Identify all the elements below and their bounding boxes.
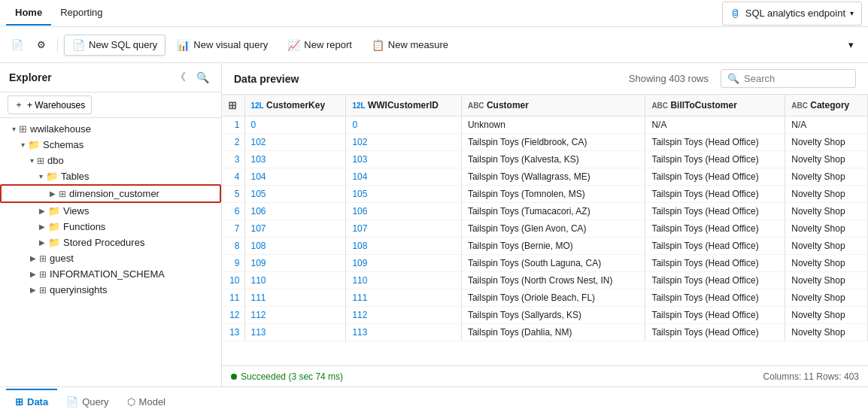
measure-icon: 📋	[372, 39, 384, 51]
table-row: 4 104 104 Tailspin Toys (Wallagrass, ME)…	[222, 168, 868, 186]
table-row: 12 112 112 Tailspin Toys (Sallyards, KS)…	[222, 307, 868, 324]
customer-cell: Tailspin Toys (Kalvesta, KS)	[461, 151, 645, 168]
category-cell: Novelty Shop	[785, 134, 868, 151]
main-layout: Explorer 《 🔍 ＋ + Warehouses ▾ ⊞ wwilakeh…	[0, 63, 868, 386]
customer-cell: Unknown	[461, 117, 645, 134]
table-row: 7 107 107 Tailspin Toys (Glen Avon, CA) …	[222, 220, 868, 238]
new-visual-query-button[interactable]: 📊 New visual query	[168, 35, 276, 56]
bill-to-cell: Tailspin Toys (Head Office)	[645, 289, 785, 307]
new-sql-query-label: New SQL query	[89, 39, 157, 50]
toolbar-divider	[57, 38, 58, 53]
chevron-icon: ▾	[12, 125, 16, 133]
folder-icon: 📁	[48, 221, 60, 232]
customer-cell: Tailspin Toys (Bernie, MO)	[461, 238, 645, 255]
table-icon: ⊞	[59, 189, 66, 199]
tree-item-tables[interactable]: ▾ 📁 Tables	[0, 168, 221, 184]
bill-to-cell: Tailspin Toys (Head Office)	[645, 255, 785, 272]
customer-key-cell: 102	[244, 134, 346, 151]
wwi-id-cell: 109	[346, 255, 462, 272]
customer-key-cell: 113	[244, 324, 346, 341]
tab-data[interactable]: ⊞ Data	[6, 389, 57, 413]
tree-label-guest: guest	[50, 253, 74, 264]
row-num-cell: 1	[222, 117, 244, 134]
bill-to-cell: Tailspin Toys (Head Office)	[645, 220, 785, 238]
tree-label-dimension-customer: dimension_customer	[69, 188, 159, 199]
sidebar-header: Explorer 《 🔍	[0, 63, 221, 92]
wwi-id-cell: 112	[346, 307, 462, 324]
tree-item-wwilakehouse[interactable]: ▾ ⊞ wwilakehouse	[0, 121, 221, 137]
chevron-icon: ▶	[30, 254, 36, 262]
tree-item-dbo[interactable]: ▾ ⊞ dbo	[0, 153, 221, 168]
table-row: 10 110 110 Tailspin Toys (North Crows Ne…	[222, 272, 868, 289]
tab-model[interactable]: ⬡ Model	[118, 389, 175, 413]
data-preview-title: Data preview	[234, 73, 299, 85]
tree-item-information-schema[interactable]: ▶ ⊞ INFORMATION_SCHEMA	[0, 266, 221, 282]
category-cell: Novelty Shop	[785, 272, 868, 289]
content-area: Data preview Showing 403 rows 🔍 ⊞	[222, 63, 868, 386]
new-measure-button[interactable]: 📋 New measure	[363, 35, 457, 56]
col-header-label: BillToCustomer	[670, 100, 736, 111]
search-input[interactable]	[744, 73, 849, 84]
category-cell: N/A	[785, 117, 868, 134]
customer-key-cell: 111	[244, 289, 346, 307]
tab-home[interactable]: Home	[6, 1, 51, 26]
toolbar-expand-button[interactable]: ▾	[840, 35, 862, 55]
wwi-id-cell: 110	[346, 272, 462, 289]
col-header-label: Customer	[487, 100, 529, 111]
customer-cell: Tailspin Toys (Sallyards, KS)	[461, 307, 645, 324]
bottom-tabs: ⊞ Data 📄 Query ⬡ Model	[0, 386, 868, 415]
tree-item-views[interactable]: ▶ 📁 Views	[0, 203, 221, 219]
endpoint-selector[interactable]: 🛢 SQL analytics endpoint ▾	[722, 2, 862, 26]
bill-to-cell: Tailspin Toys (Head Office)	[645, 272, 785, 289]
category-cell: Novelty Shop	[785, 168, 868, 186]
folder-icon: 📁	[48, 205, 60, 217]
tree-item-dimension-customer[interactable]: ▶ ⊞ dimension_customer	[0, 184, 221, 203]
new-report-button[interactable]: 📈 New report	[279, 35, 360, 56]
table-header-row: ⊞ 12L CustomerKey 12L WWICustomerID ABC	[222, 95, 868, 117]
tree-item-schemas[interactable]: ▾ 📁 Schemas	[0, 137, 221, 153]
new-report-label: New report	[304, 39, 352, 50]
table-row: 13 113 113 Tailspin Toys (Dahlia, NM) Ta…	[222, 324, 868, 341]
table-row: 1 0 0 Unknown N/A N/A	[222, 117, 868, 134]
sidebar-title: Explorer	[9, 71, 52, 83]
schema-icon: ⊞	[39, 253, 47, 264]
tree-item-guest[interactable]: ▶ ⊞ guest	[0, 250, 221, 266]
bill-to-cell: Tailspin Toys (Head Office)	[645, 151, 785, 168]
search-box[interactable]: 🔍	[721, 69, 856, 88]
toolbar: 📄 ⚙ 📄 New SQL query 📊 New visual query 📈…	[0, 27, 868, 63]
sidebar-search-button[interactable]: 🔍	[193, 69, 212, 86]
category-cell: Novelty Shop	[785, 220, 868, 238]
chevron-icon: ▶	[30, 286, 36, 294]
tree-item-stored-procedures[interactable]: ▶ 📁 Stored Procedures	[0, 235, 221, 250]
tab-query[interactable]: 📄 Query	[57, 389, 117, 413]
tree-label-dbo: dbo	[47, 155, 64, 166]
col-header-label: WWICustomerID	[368, 100, 439, 111]
tab-reporting[interactable]: Reporting	[51, 1, 111, 26]
folder-icon: 📁	[28, 139, 40, 150]
row-num-header: ⊞	[222, 95, 244, 117]
new-visual-query-label: New visual query	[193, 39, 268, 50]
sidebar-collapse-button[interactable]: 《	[172, 69, 189, 86]
tree-item-functions[interactable]: ▶ 📁 Functions	[0, 219, 221, 235]
add-warehouses-button[interactable]: ＋ + Warehouses	[8, 95, 92, 114]
customer-key-cell: 105	[244, 186, 346, 203]
chevron-icon: ▾	[39, 172, 43, 180]
bill-to-cell: Tailspin Toys (Head Office)	[645, 307, 785, 324]
new-file-button[interactable]: 📄	[6, 35, 29, 55]
row-num-cell: 8	[222, 238, 244, 255]
wwi-id-cell: 104	[346, 168, 462, 186]
new-sql-query-button[interactable]: 📄 New SQL query	[64, 35, 165, 56]
customer-key-cell: 110	[244, 272, 346, 289]
chevron-icon: ▶	[39, 238, 45, 247]
query-tab-icon: 📄	[66, 396, 78, 407]
tree-item-queryinsights[interactable]: ▶ ⊞ queryinsights	[0, 282, 221, 298]
tree-label-views: Views	[63, 205, 89, 217]
wwi-id-cell: 111	[346, 289, 462, 307]
status-message: Succeeded (3 sec 74 ms)	[241, 371, 343, 382]
row-num-cell: 2	[222, 134, 244, 151]
category-cell: Novelty Shop	[785, 324, 868, 341]
folder-icon: 📁	[46, 171, 58, 182]
customer-key-cell: 0	[244, 117, 346, 134]
settings-button[interactable]: ⚙	[32, 35, 51, 55]
chevron-icon: ▾	[30, 156, 34, 165]
